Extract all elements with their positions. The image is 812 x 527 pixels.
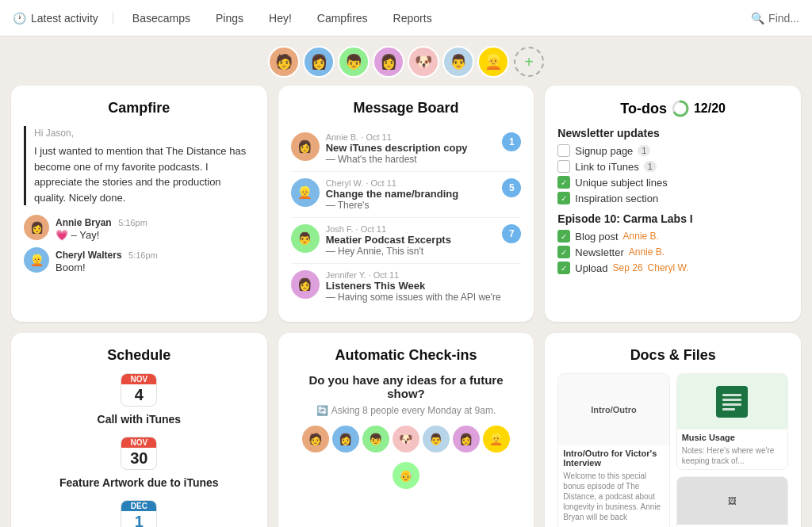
todo-person: Annie B. <box>629 246 665 258</box>
doc-item[interactable]: Music Usage Notes: Here's where we're ke… <box>676 373 788 470</box>
avatar[interactable]: 👩 <box>453 426 480 453</box>
schedule-event[interactable]: Nov 4 Call with iTunes <box>24 373 255 426</box>
message-item[interactable]: 👩 Jennifer Y. · Oct 11 Listeners This We… <box>291 264 522 309</box>
message-item[interactable]: 👩 Annie B. · Oct 11 New iTunes descripti… <box>291 126 522 172</box>
todo-text: Link to iTunes <box>575 161 638 173</box>
avatar[interactable]: 🧑 <box>302 426 329 453</box>
message-board-card: Message Board 👩 Annie B. · Oct 11 New iT… <box>278 86 534 322</box>
todo-person: Annie B. <box>623 231 659 242</box>
avatar[interactable]: 👩 <box>303 46 335 78</box>
avatar[interactable]: 🐶 <box>408 46 439 78</box>
svg-rect-2 <box>716 386 748 418</box>
latest-activity-nav[interactable]: 🕐 Latest activity <box>13 12 113 25</box>
avatar: 👩 <box>24 215 49 240</box>
message-meta: Josh F. · Oct 11 <box>326 224 496 234</box>
add-avatar-button[interactable]: + <box>514 47 544 77</box>
todo-item[interactable]: Link to iTunes 1 <box>557 160 788 173</box>
message-content: Josh F. · Oct 11 Meatier Podcast Excerpt… <box>326 224 496 257</box>
doc-desc: Notes: Here's where we're keeping track … <box>677 445 787 469</box>
todo-item[interactable]: ✓ Inspiration section <box>557 192 788 204</box>
checkin-meta: 🔄 Asking 8 people every Monday at 9am. <box>291 405 522 416</box>
todo-badge: 1 <box>638 145 650 156</box>
doc-label: Music Usage <box>677 430 787 445</box>
avatar[interactable]: 👨 <box>423 426 450 453</box>
chat-time: 5:16pm <box>118 218 147 227</box>
message-item[interactable]: 👱 Cheryl W. · Oct 11 Change the name/bra… <box>291 172 522 218</box>
todo-checkbox[interactable] <box>557 160 570 173</box>
chat-time: 5:16pm <box>128 250 158 260</box>
avatar[interactable]: 👦 <box>338 46 370 78</box>
refresh-icon: 🔄 <box>316 405 328 416</box>
todo-checked-icon[interactable]: ✓ <box>557 262 570 274</box>
event-title: Call with iTunes <box>24 413 255 426</box>
nav-pings[interactable]: Pings <box>205 7 255 29</box>
chat-text: 💗 – Yay! <box>56 229 255 241</box>
avatar: 👱 <box>24 247 49 273</box>
find-label: Find... <box>768 12 799 25</box>
message-title: Change the name/branding <box>326 188 496 200</box>
calendar-icon: Nov 4 <box>121 373 157 407</box>
todo-item[interactable]: Signup page 1 <box>557 144 788 157</box>
todo-item[interactable]: ✓ Unique subject lines <box>557 176 788 189</box>
calendar-icon: Nov 30 <box>121 437 157 470</box>
message-count: 1 <box>502 132 521 151</box>
avatar: 👩 <box>291 132 320 161</box>
message-snippet: — What's the hardest <box>326 154 496 165</box>
chat-message: 👩 Annie Bryan 5:16pm 💗 – Yay! <box>24 215 255 241</box>
todo-checked-icon[interactable]: ✓ <box>557 176 570 189</box>
message-board-title: Message Board <box>291 100 522 116</box>
todos-card: To-dos 12/20 Newsletter updates Signup p… <box>545 86 801 322</box>
todo-checked-icon[interactable]: ✓ <box>557 246 570 258</box>
checkins-title: Automatic Check-ins <box>291 347 522 364</box>
avatar: 👨 <box>291 224 320 253</box>
avatar[interactable]: 👱 <box>477 46 509 78</box>
avatar[interactable]: 👩 <box>332 426 359 453</box>
message-count: 5 <box>502 178 521 197</box>
chat-message: 👱 Cheryl Walters 5:16pm Boom! <box>24 247 255 273</box>
nav-campfires[interactable]: Campfires <box>306 7 379 29</box>
todos-title: To-dos <box>620 101 667 117</box>
todo-item[interactable]: ✓ Upload Sep 26 Cheryl W. <box>557 262 788 274</box>
nav-basecamps[interactable]: Basecamps <box>121 7 201 29</box>
todo-checked-icon[interactable]: ✓ <box>557 192 570 204</box>
todo-date: Sep 26 <box>613 262 643 273</box>
avatar[interactable]: 👩 <box>373 46 404 78</box>
campfire-card: Campfire Hi Jason, I just wanted to ment… <box>11 86 267 322</box>
todo-section-title: Episode 10: Carma Labs I <box>557 212 788 225</box>
avatar[interactable]: 👨 <box>442 46 474 78</box>
todo-checkbox[interactable] <box>557 144 570 157</box>
schedule-event[interactable]: Nov 30 Feature Artwork due to iTunes <box>24 437 255 489</box>
chat-text: Boom! <box>56 262 255 273</box>
main-grid: Campfire Hi Jason, I just wanted to ment… <box>0 86 812 527</box>
todo-item[interactable]: ✓ Newsletter Annie B. <box>557 246 788 258</box>
svg-rect-3 <box>722 394 741 396</box>
find-button[interactable]: 🔍 Find... <box>751 12 799 25</box>
avatar[interactable]: 🧑 <box>268 46 300 78</box>
checkin-meta-text: Asking 8 people every Monday at 9am. <box>331 405 496 416</box>
message-count: 7 <box>502 224 521 243</box>
schedule-title: Schedule <box>24 347 255 364</box>
todo-text: Signup page <box>575 145 633 157</box>
avatar[interactable]: 👴 <box>393 462 419 489</box>
nav-hey[interactable]: Hey! <box>258 7 303 29</box>
nav-reports[interactable]: Reports <box>382 7 443 29</box>
todo-checked-icon[interactable]: ✓ <box>557 230 570 242</box>
message-title: New iTunes description copy <box>326 142 496 154</box>
todo-text: Upload <box>575 262 607 274</box>
doc-desc: Welcome to this special bonus episode of… <box>558 471 668 525</box>
message-meta: Jennifer Y. · Oct 11 <box>326 270 522 280</box>
latest-activity-label: Latest activity <box>31 12 98 25</box>
doc-item[interactable]: 🖼 Final Cove... <box>676 476 788 527</box>
schedule-event[interactable]: Dec 1 Interview with Dan <box>24 500 255 527</box>
todo-item[interactable]: ✓ Blog post Annie B. <box>557 230 788 242</box>
todo-person: Cheryl W. <box>648 262 689 273</box>
svg-rect-6 <box>722 408 735 411</box>
message-item[interactable]: 👨 Josh F. · Oct 11 Meatier Podcast Excer… <box>291 218 522 264</box>
avatar[interactable]: 🐶 <box>393 426 419 453</box>
docs-card: Docs & Files Music Usage Notes: Here's w… <box>545 333 801 527</box>
doc-item[interactable]: Intro/Outro Intro/Outro for Victor's Int… <box>557 373 669 527</box>
avatar[interactable]: 👦 <box>362 426 389 453</box>
checkin-question: Do you have any ideas for a future show? <box>291 373 522 400</box>
avatar[interactable]: 👱 <box>483 426 510 453</box>
doc-label: Intro/Outro for Victor's Interview <box>558 445 668 471</box>
